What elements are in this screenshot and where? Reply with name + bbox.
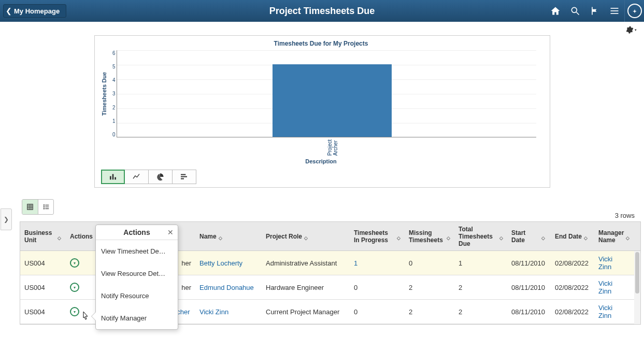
cell-manager[interactable]: Vicki Zinn	[594, 251, 632, 275]
col-missing-timesheets[interactable]: Missing Timesheets	[405, 222, 454, 250]
row-actions-button[interactable]: ▾	[70, 307, 79, 316]
settings-gear-icon[interactable]: ▾	[626, 26, 637, 34]
cell-total: 1	[454, 251, 507, 275]
menu-item-notify-manager[interactable]: Notify Manager	[96, 307, 178, 329]
y-tick: 1	[108, 118, 116, 124]
chart-title: Timesheets Due for My Projects	[101, 40, 541, 47]
cell-start: 08/11/2010	[507, 300, 551, 324]
back-button[interactable]: ❮ My Homepage	[3, 4, 66, 18]
menu-item-notify-resource[interactable]: Notify Resource	[96, 285, 178, 307]
top-icons	[546, 0, 644, 22]
chart-card: Timesheets Due for My Projects Timesheet…	[94, 35, 550, 188]
line-chart-button[interactable]	[125, 170, 149, 184]
col-manager-name[interactable]: Manager Name	[594, 222, 632, 250]
y-tick: 4	[108, 77, 116, 83]
cell-manager[interactable]: Vicki Zinn	[594, 300, 632, 324]
svg-rect-4	[611, 13, 619, 14]
svg-rect-2	[611, 8, 619, 9]
view-toggle	[22, 199, 54, 215]
svg-rect-9	[181, 176, 187, 177]
cell-in-progress: 0	[350, 275, 405, 299]
y-axis-label: Timesheets Due	[101, 50, 107, 137]
svg-rect-21	[45, 208, 49, 209]
list-view-button[interactable]	[38, 200, 53, 214]
cell-name[interactable]: Edmund Donahue	[195, 275, 262, 299]
svg-rect-8	[181, 174, 185, 175]
cell-end: 02/08/2022	[551, 275, 594, 299]
menu-item-view-resource-details[interactable]: View Resource Det…	[96, 262, 178, 285]
svg-point-18	[43, 208, 44, 209]
y-tick: 3	[108, 91, 116, 96]
cell-end: 02/08/2022	[551, 300, 594, 324]
cell-role: Hardware Engineer	[262, 275, 350, 299]
svg-rect-20	[45, 206, 49, 207]
cell-role: Current Project Manager	[262, 300, 350, 324]
cell-actions: ▾	[66, 251, 97, 275]
grid-view-button[interactable]	[22, 200, 38, 214]
cell-missing: 2	[405, 300, 454, 324]
col-timesheets-in-progress[interactable]: Timesheets In Progress	[350, 222, 405, 250]
cell-start: 08/11/2010	[507, 251, 551, 275]
y-tick: 6	[108, 50, 116, 56]
y-tick: 5	[108, 64, 116, 69]
svg-rect-11	[27, 204, 33, 210]
col-actions[interactable]: Actions	[66, 222, 97, 250]
col-name[interactable]: Name	[195, 222, 262, 250]
cell-business-unit: US004	[20, 275, 66, 299]
flag-icon[interactable]	[585, 0, 605, 22]
chart-bar[interactable]	[273, 64, 392, 137]
row-actions-button[interactable]: ▾	[70, 283, 79, 292]
cell-manager[interactable]: Vicki Zinn	[594, 275, 632, 299]
cell-total: 2	[454, 275, 507, 299]
col-start-date[interactable]: Start Date	[507, 222, 551, 250]
svg-point-16	[43, 204, 44, 205]
bar-chart-button[interactable]	[101, 170, 125, 184]
svg-rect-19	[45, 205, 49, 205]
y-axis-ticks: 6 5 4 3 2 1 0	[108, 50, 116, 137]
svg-rect-10	[181, 178, 184, 179]
search-icon[interactable]	[565, 0, 585, 22]
svg-rect-6	[112, 174, 113, 180]
menu-icon[interactable]	[605, 0, 624, 22]
cell-name[interactable]: Vicki Zinn	[195, 300, 262, 324]
svg-rect-7	[115, 177, 116, 180]
hbar-chart-button[interactable]	[173, 170, 196, 184]
cell-role: Administrative Assistant	[262, 251, 350, 275]
x-axis-label: Description	[101, 158, 541, 164]
row-actions-button[interactable]: ▾	[70, 258, 79, 268]
svg-rect-3	[611, 10, 619, 11]
pie-chart-button[interactable]	[149, 170, 173, 184]
cell-in-progress[interactable]: 1	[350, 251, 405, 275]
cell-business-unit: US004	[20, 251, 66, 275]
col-end-date[interactable]: End Date	[551, 222, 594, 250]
y-tick: 0	[108, 132, 116, 137]
cell-actions: ▾	[66, 275, 97, 299]
menu-item-view-timesheet-details[interactable]: View Timesheet De…	[96, 240, 178, 262]
col-total-timesheets-due[interactable]: Total Timesheets Due	[454, 222, 507, 250]
svg-rect-5	[110, 176, 111, 180]
cell-business-unit: US004	[20, 300, 66, 324]
cell-missing: 2	[405, 275, 454, 299]
chevron-left-icon: ❮	[6, 7, 12, 15]
col-project-role[interactable]: Project Role	[262, 222, 350, 250]
actions-menu-popover: Actions ✕ View Timesheet De… View Resour…	[95, 225, 178, 330]
y-tick: 2	[108, 105, 116, 110]
page-title: Project Timesheets Due	[269, 6, 375, 17]
sidebar-expand-handle[interactable]: ❯	[1, 208, 12, 230]
close-icon[interactable]: ✕	[167, 228, 174, 236]
home-icon[interactable]	[546, 0, 565, 22]
top-bar: ❮ My Homepage Project Timesheets Due	[0, 0, 644, 22]
cell-name[interactable]: Betty Locherty	[195, 251, 262, 275]
caret-down-icon: ▾	[635, 28, 637, 32]
rows-count: 3 rows	[0, 212, 644, 219]
cell-end: 02/08/2022	[551, 251, 594, 275]
svg-line-1	[577, 12, 579, 15]
actions-menu-title: Actions	[123, 228, 150, 236]
vertical-scrollbar[interactable]	[634, 251, 640, 324]
navigator-icon[interactable]	[624, 0, 644, 22]
svg-point-17	[43, 206, 44, 207]
svg-point-0	[571, 7, 577, 12]
plot-area: Project Archer	[117, 50, 536, 137]
col-business-unit[interactable]: Business Unit	[20, 222, 66, 250]
cell-in-progress: 0	[350, 300, 405, 324]
